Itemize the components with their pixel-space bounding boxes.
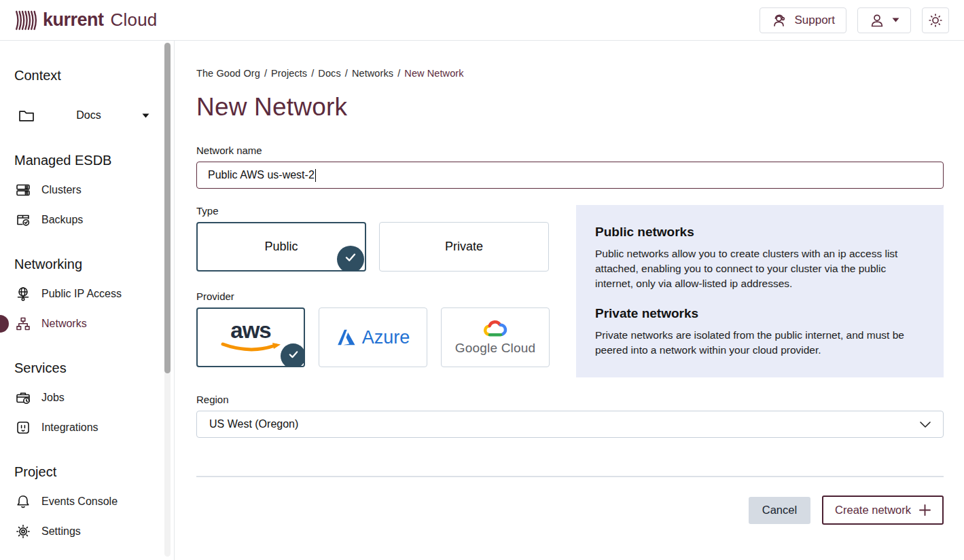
page-title: New Network	[196, 93, 944, 122]
type-label: Type	[196, 205, 550, 217]
provider-option-aws[interactable]: aws	[196, 307, 305, 367]
user-icon	[869, 12, 885, 29]
top-header: kurrent Cloud Support	[0, 0, 964, 41]
chevron-down-icon	[920, 422, 931, 428]
breadcrumb-current: New Network	[404, 68, 463, 79]
clusters-icon	[15, 182, 31, 198]
info-body-public: Public networks allow you to create clus…	[595, 246, 925, 291]
active-item-indicator	[0, 315, 9, 333]
provider-option-google-cloud[interactable]: Google Cloud	[441, 307, 550, 367]
breadcrumb-item[interactable]: Networks	[352, 68, 393, 79]
type-option-private[interactable]: Private	[379, 222, 549, 272]
kurrent-cloud-logo[interactable]: kurrent Cloud	[15, 10, 157, 31]
sidebar-item-integrations[interactable]: Integrations	[0, 413, 174, 443]
breadcrumb-item[interactable]: The Good Org	[196, 68, 260, 79]
sidebar-item-label: Networks	[41, 318, 87, 330]
sidebar-item-jobs[interactable]: Jobs	[0, 383, 174, 413]
theme-toggle-button[interactable]	[922, 7, 949, 33]
sidebar-item-public-ip-access[interactable]: Public IP Access	[0, 279, 174, 309]
folder-icon	[18, 107, 35, 124]
logo-suffix: Cloud	[111, 10, 158, 31]
sidebar-heading-services: Services	[0, 360, 174, 376]
azure-logo-icon	[336, 329, 357, 346]
support-headset-icon	[771, 12, 787, 29]
networks-icon	[15, 316, 31, 332]
network-name-label: Network name	[196, 145, 944, 156]
sidebar-scrollbar-thumb[interactable]	[164, 43, 171, 373]
context-selector[interactable]: Docs	[0, 100, 174, 131]
azure-logo-text: Azure	[362, 327, 410, 348]
network-type-info-panel: Public networks Public networks allow yo…	[576, 205, 944, 377]
info-heading-private: Private networks	[595, 306, 925, 321]
plus-icon	[919, 504, 931, 516]
form-divider	[196, 476, 944, 477]
sidebar-item-label: Events Console	[41, 496, 118, 508]
sidebar-heading-context: Context	[0, 68, 174, 83]
sidebar-item-networks[interactable]: Networks	[0, 309, 174, 339]
region-value: US West (Oregon)	[209, 418, 298, 430]
caret-down-icon	[142, 113, 149, 118]
breadcrumb: The Good Org/Projects/Docs/Networks/New …	[196, 68, 944, 79]
sidebar-item-clusters[interactable]: Clusters	[0, 175, 174, 205]
type-option-public[interactable]: Public	[196, 222, 366, 272]
sidebar-heading-managed-esdb: Managed ESDB	[0, 153, 174, 168]
network-name-value: Public AWS us-west-2	[208, 169, 315, 181]
sidebar-item-settings[interactable]: Settings	[0, 517, 174, 546]
provider-label: Provider	[196, 291, 550, 302]
sidebar-item-label: Clusters	[41, 184, 82, 196]
context-value: Docs	[35, 109, 142, 122]
network-name-input[interactable]: Public AWS us-west-2	[196, 162, 944, 189]
integrations-icon	[15, 419, 31, 436]
info-body-private: Private networks are isolated from the p…	[595, 328, 925, 358]
region-select[interactable]: US West (Oregon)	[196, 411, 944, 438]
provider-option-azure[interactable]: Azure	[319, 307, 427, 367]
jobs-icon	[15, 390, 31, 406]
sidebar-item-label: Backups	[41, 214, 83, 226]
sidebar: Context Docs Managed ESDB	[0, 41, 175, 560]
google-cloud-logo-icon	[482, 319, 509, 339]
user-menu-button[interactable]	[857, 7, 911, 33]
sidebar-item-events-console[interactable]: Events Console	[0, 487, 174, 517]
text-cursor	[315, 169, 316, 182]
gear-icon	[15, 523, 31, 540]
logo-text: kurrent	[43, 10, 104, 31]
aws-logo: aws	[230, 320, 270, 341]
google-cloud-logo-text: Google Cloud	[455, 341, 536, 356]
type-option-label: Public	[264, 240, 298, 254]
sidebar-item-backups[interactable]: Backups	[0, 205, 174, 235]
create-network-button[interactable]: Create network	[822, 496, 944, 525]
sidebar-heading-project: Project	[0, 464, 174, 480]
type-option-label: Private	[445, 240, 483, 254]
sun-icon	[927, 12, 944, 29]
sidebar-item-label: Settings	[41, 525, 81, 538]
breadcrumb-item[interactable]: Projects	[271, 68, 307, 79]
bell-icon	[15, 493, 31, 510]
selected-check-icon	[281, 343, 305, 367]
sidebar-item-label: Jobs	[41, 392, 65, 404]
kurrent-logo-icon	[15, 10, 37, 31]
main-content: The Good Org/Projects/Docs/Networks/New …	[175, 41, 964, 560]
breadcrumb-item[interactable]: Docs	[318, 68, 340, 79]
support-button[interactable]: Support	[760, 7, 846, 33]
sidebar-item-label: Integrations	[41, 422, 99, 434]
cancel-button[interactable]: Cancel	[749, 497, 810, 524]
chevron-down-icon	[892, 18, 899, 22]
create-network-label: Create network	[835, 504, 911, 517]
public-ip-icon	[15, 286, 31, 302]
selected-check-icon	[337, 246, 364, 272]
sidebar-heading-networking: Networking	[0, 257, 174, 272]
backups-icon	[15, 212, 31, 228]
sidebar-item-label: Public IP Access	[41, 288, 122, 300]
aws-smile-icon	[219, 342, 282, 354]
region-label: Region	[196, 394, 944, 405]
info-heading-public: Public networks	[595, 225, 925, 240]
support-label: Support	[794, 14, 835, 27]
